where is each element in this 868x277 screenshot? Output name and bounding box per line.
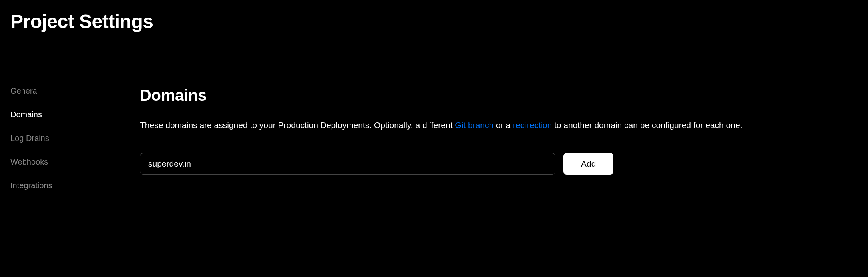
sidebar-item-integrations[interactable]: Integrations (10, 181, 140, 190)
sidebar-item-log-drains[interactable]: Log Drains (10, 134, 140, 143)
domain-input[interactable] (140, 153, 555, 175)
settings-sidebar: General Domains Log Drains Webhooks Inte… (0, 86, 140, 190)
main-content: Domains These domains are assigned to yo… (140, 86, 868, 190)
section-description: These domains are assigned to your Produ… (140, 119, 858, 132)
link-git-branch[interactable]: Git branch (455, 120, 494, 130)
sidebar-item-domains[interactable]: Domains (10, 110, 140, 119)
sidebar-item-webhooks[interactable]: Webhooks (10, 157, 140, 167)
link-redirection[interactable]: redirection (513, 120, 552, 130)
section-title-domains: Domains (140, 86, 858, 104)
description-text-post: to another domain can be configured for … (552, 120, 742, 130)
description-text-mid: or a (494, 120, 513, 130)
add-domain-button[interactable]: Add (563, 153, 613, 175)
domain-input-row: Add (140, 153, 858, 175)
description-text-pre: These domains are assigned to your Produ… (140, 120, 455, 130)
page-header: Project Settings (0, 0, 868, 55)
sidebar-item-general[interactable]: General (10, 86, 140, 96)
content-wrapper: General Domains Log Drains Webhooks Inte… (0, 55, 868, 190)
page-title: Project Settings (10, 10, 858, 32)
